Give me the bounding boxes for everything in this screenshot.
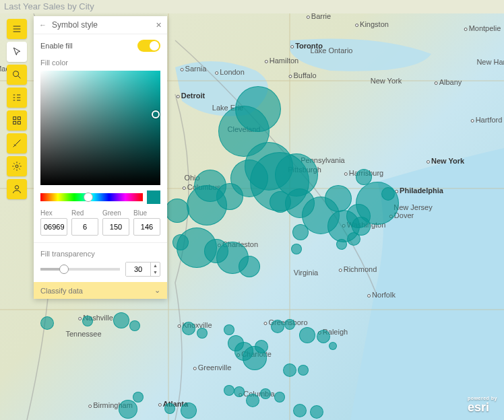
svg-rect-1 [13,117,16,120]
color-picker-handle[interactable] [152,110,160,118]
city-label: Buffalo [288,71,316,79]
sales-bubble[interactable] [224,385,234,396]
basemap-tool[interactable] [7,110,27,131]
green-label: Green [102,209,129,217]
sales-bubble[interactable] [181,403,197,419]
spinner-up[interactable]: ▲ [151,262,160,269]
hex-label: Hex [40,209,67,217]
sales-bubble[interactable] [317,330,330,343]
chevron-down-icon: ⌄ [154,286,160,295]
svg-point-0 [13,71,19,77]
sales-bubble[interactable] [133,392,144,403]
red-label: Red [71,209,98,217]
sales-bubble[interactable] [197,328,208,339]
city-label: Richmond [339,265,377,273]
green-input[interactable] [102,218,129,236]
color-swatch [147,190,160,204]
city-label: New Jersey [393,203,432,211]
city-label: Sarnia [181,65,207,73]
sales-bubble[interactable] [325,185,352,212]
city-label: Lake Ontario [311,46,353,55]
map-toolbar [7,19,27,199]
sales-bubble[interactable] [113,312,129,328]
sales-bubble[interactable] [274,392,285,403]
city-label: London [215,68,245,76]
city-label: New York [427,157,464,165]
blue-label: Blue [133,209,160,217]
city-label: Albany [435,78,462,86]
classify-data-label: Classify data [40,287,83,295]
spinner-down[interactable]: ▼ [151,269,160,276]
sales-bubble[interactable] [165,199,189,223]
sales-bubble[interactable] [82,316,93,326]
sales-bubble[interactable] [239,256,260,277]
menu-button[interactable] [7,19,27,39]
account-tool[interactable] [7,179,27,199]
sales-bubble[interactable] [291,244,302,254]
search-tool[interactable] [7,65,27,85]
sales-bubble[interactable] [246,394,259,407]
sales-bubble[interactable] [182,322,195,335]
sales-bubble[interactable] [119,400,137,419]
select-tool[interactable] [7,42,27,62]
back-button[interactable]: ← [39,21,46,29]
sales-bubble[interactable] [299,327,315,343]
measure-tool[interactable] [7,133,27,153]
sales-bubble[interactable] [347,232,360,246]
layers-tool[interactable] [7,88,27,108]
blue-input[interactable] [133,218,160,236]
city-label: Hartford [471,116,503,124]
sales-bubble[interactable] [293,404,307,417]
page-title: Last Year Sales by City [0,0,98,13]
city-label: Detroit [177,92,205,100]
city-label: Norfolk [367,291,396,299]
sales-bubble[interactable] [329,342,337,350]
sales-bubble[interactable] [129,320,140,331]
hue-slider[interactable] [40,193,143,201]
sales-bubble[interactable] [292,224,309,240]
enable-fill-toggle[interactable] [137,40,160,52]
transparency-slider-handle[interactable] [59,265,69,274]
sales-bubble[interactable] [381,187,395,201]
sales-bubble[interactable] [310,405,323,419]
sales-bubble[interactable] [235,86,281,132]
city-label: Virginia [294,269,319,277]
sales-bubble[interactable] [40,316,54,330]
svg-rect-2 [18,117,20,120]
sales-bubble[interactable] [283,363,296,377]
svg-rect-3 [13,121,16,124]
city-label: Hamilton [265,57,298,65]
city-label: Greenville [193,363,232,372]
svg-rect-4 [18,121,20,124]
transparency-input[interactable] [126,262,150,276]
city-label: Barrie [307,13,331,20]
panel-title: Symbol style [52,20,156,30]
esri-attribution: powered by esri [468,396,497,415]
fill-transparency-label: Fill transparency [40,250,160,258]
sales-bubble[interactable] [234,386,245,397]
sales-bubble[interactable] [224,324,234,335]
svg-point-6 [15,186,18,189]
classify-data-row[interactable]: Classify data ⌄ [34,282,167,299]
sales-bubble[interactable] [336,239,347,250]
city-label: New Han [476,58,504,66]
sales-bubble[interactable] [216,183,243,210]
transparency-slider[interactable] [40,268,120,271]
settings-tool[interactable] [7,156,27,176]
hue-slider-handle[interactable] [84,193,93,202]
fill-color-label: Fill color [40,59,160,67]
hex-input[interactable] [40,218,67,236]
transparency-spinner[interactable]: ▲ ▼ [125,262,160,277]
city-label: Kingston [355,20,389,28]
city-label: Tennessee [65,330,101,338]
enable-fill-label: Enable fill [40,42,73,50]
sales-bubble[interactable] [298,365,309,376]
sales-bubble[interactable] [164,403,175,414]
close-button[interactable]: ✕ [156,21,162,30]
color-saturation-value-picker[interactable] [40,71,160,185]
sales-bubble[interactable] [284,319,295,330]
red-input[interactable] [71,218,98,236]
sales-bubble[interactable] [255,340,268,353]
sales-bubble[interactable] [260,388,271,399]
sales-bubble[interactable] [271,320,284,333]
